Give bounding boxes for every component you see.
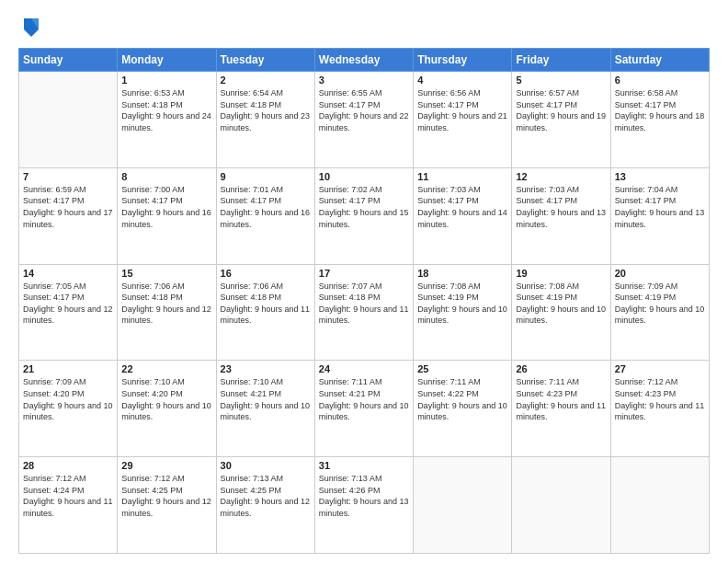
calendar-cell: 7Sunrise: 6:59 AMSunset: 4:17 PMDaylight…: [19, 167, 118, 264]
day-info: Sunrise: 7:11 AMSunset: 4:22 PMDaylight:…: [417, 376, 507, 422]
weekday-header-wednesday: Wednesday: [314, 49, 413, 72]
day-info: Sunrise: 6:54 AMSunset: 4:18 PMDaylight:…: [221, 87, 311, 133]
day-number: 12: [516, 171, 606, 182]
day-info: Sunrise: 7:05 AMSunset: 4:17 PMDaylight:…: [23, 281, 113, 327]
calendar-cell: [610, 457, 709, 554]
day-number: 13: [615, 171, 705, 182]
calendar-week-1: 1Sunrise: 6:53 AMSunset: 4:18 PMDaylight…: [19, 72, 710, 168]
weekday-header-saturday: Saturday: [610, 49, 709, 72]
calendar-cell: 20Sunrise: 7:09 AMSunset: 4:19 PMDayligh…: [610, 264, 709, 361]
calendar-cell: 10Sunrise: 7:02 AMSunset: 4:17 PMDayligh…: [314, 167, 413, 264]
day-number: 9: [221, 171, 311, 182]
day-info: Sunrise: 6:56 AMSunset: 4:17 PMDaylight:…: [417, 87, 507, 133]
day-number: 10: [319, 171, 409, 182]
calendar-cell: 24Sunrise: 7:11 AMSunset: 4:21 PMDayligh…: [314, 361, 413, 457]
day-number: 22: [121, 363, 211, 374]
calendar-cell: 8Sunrise: 7:00 AMSunset: 4:17 PMDaylight…: [118, 167, 216, 264]
day-info: Sunrise: 7:13 AMSunset: 4:25 PMDaylight:…: [221, 473, 311, 519]
calendar-cell: 2Sunrise: 6:54 AMSunset: 4:18 PMDaylight…: [216, 72, 314, 168]
calendar-cell: 15Sunrise: 7:06 AMSunset: 4:18 PMDayligh…: [118, 264, 216, 361]
calendar-cell: 16Sunrise: 7:06 AMSunset: 4:18 PMDayligh…: [216, 264, 314, 361]
calendar-week-3: 14Sunrise: 7:05 AMSunset: 4:17 PMDayligh…: [19, 264, 710, 361]
day-number: 3: [319, 75, 409, 86]
day-number: 7: [23, 171, 113, 182]
calendar-cell: 25Sunrise: 7:11 AMSunset: 4:22 PMDayligh…: [414, 361, 512, 457]
calendar-cell: 3Sunrise: 6:55 AMSunset: 4:17 PMDaylight…: [314, 72, 413, 168]
day-info: Sunrise: 7:06 AMSunset: 4:18 PMDaylight:…: [221, 281, 311, 327]
weekday-header-friday: Friday: [512, 49, 610, 72]
weekday-header-thursday: Thursday: [414, 49, 512, 72]
calendar-cell: 18Sunrise: 7:08 AMSunset: 4:19 PMDayligh…: [414, 264, 512, 361]
day-info: Sunrise: 7:06 AMSunset: 4:18 PMDaylight:…: [121, 281, 211, 327]
weekday-header-sunday: Sunday: [19, 49, 118, 72]
day-info: Sunrise: 6:55 AMSunset: 4:17 PMDaylight:…: [319, 87, 409, 133]
logo-icon: [20, 15, 42, 40]
calendar-table: SundayMondayTuesdayWednesdayThursdayFrid…: [18, 48, 710, 554]
weekday-header-row: SundayMondayTuesdayWednesdayThursdayFrid…: [19, 49, 710, 72]
calendar-cell: 19Sunrise: 7:08 AMSunset: 4:19 PMDayligh…: [512, 264, 610, 361]
day-info: Sunrise: 7:12 AMSunset: 4:24 PMDaylight:…: [23, 473, 113, 519]
day-info: Sunrise: 7:10 AMSunset: 4:20 PMDaylight:…: [121, 376, 211, 422]
day-info: Sunrise: 7:02 AMSunset: 4:17 PMDaylight:…: [319, 184, 409, 230]
day-number: 1: [121, 75, 211, 86]
day-info: Sunrise: 6:57 AMSunset: 4:17 PMDaylight:…: [516, 87, 606, 133]
calendar-cell: 9Sunrise: 7:01 AMSunset: 4:17 PMDaylight…: [216, 167, 314, 264]
calendar-cell: [512, 457, 610, 554]
weekday-header-monday: Monday: [118, 49, 216, 72]
page: SundayMondayTuesdayWednesdayThursdayFrid…: [0, 0, 728, 563]
day-info: Sunrise: 6:58 AMSunset: 4:17 PMDaylight:…: [615, 87, 705, 133]
calendar-week-2: 7Sunrise: 6:59 AMSunset: 4:17 PMDaylight…: [19, 167, 710, 264]
calendar-cell: [19, 72, 118, 168]
day-number: 11: [417, 171, 507, 182]
day-number: 30: [221, 460, 311, 471]
day-number: 8: [121, 171, 211, 182]
day-info: Sunrise: 7:11 AMSunset: 4:23 PMDaylight:…: [516, 376, 606, 422]
day-number: 15: [121, 268, 211, 279]
day-number: 23: [221, 363, 311, 374]
day-number: 26: [516, 363, 606, 374]
day-number: 2: [221, 75, 311, 86]
logo: [18, 15, 42, 40]
calendar-cell: 26Sunrise: 7:11 AMSunset: 4:23 PMDayligh…: [512, 361, 610, 457]
day-number: 20: [615, 268, 705, 279]
day-number: 17: [319, 268, 409, 279]
day-info: Sunrise: 7:01 AMSunset: 4:17 PMDaylight:…: [221, 184, 311, 230]
day-number: 21: [23, 363, 113, 374]
calendar-cell: 30Sunrise: 7:13 AMSunset: 4:25 PMDayligh…: [216, 457, 314, 554]
day-info: Sunrise: 7:03 AMSunset: 4:17 PMDaylight:…: [516, 184, 606, 230]
day-info: Sunrise: 7:12 AMSunset: 4:25 PMDaylight:…: [121, 473, 211, 519]
day-info: Sunrise: 7:12 AMSunset: 4:23 PMDaylight:…: [615, 376, 705, 422]
day-info: Sunrise: 7:03 AMSunset: 4:17 PMDaylight:…: [417, 184, 507, 230]
day-number: 19: [516, 268, 606, 279]
day-number: 14: [23, 268, 113, 279]
day-number: 31: [319, 460, 409, 471]
day-number: 27: [615, 363, 705, 374]
calendar-cell: 17Sunrise: 7:07 AMSunset: 4:18 PMDayligh…: [314, 264, 413, 361]
calendar-week-4: 21Sunrise: 7:09 AMSunset: 4:20 PMDayligh…: [19, 361, 710, 457]
day-number: 29: [121, 460, 211, 471]
day-number: 18: [417, 268, 507, 279]
calendar-cell: 31Sunrise: 7:13 AMSunset: 4:26 PMDayligh…: [314, 457, 413, 554]
day-info: Sunrise: 7:11 AMSunset: 4:21 PMDaylight:…: [319, 376, 409, 422]
day-number: 25: [417, 363, 507, 374]
calendar-week-5: 28Sunrise: 7:12 AMSunset: 4:24 PMDayligh…: [19, 457, 710, 554]
calendar-cell: [414, 457, 512, 554]
day-info: Sunrise: 7:07 AMSunset: 4:18 PMDaylight:…: [319, 281, 409, 327]
weekday-header-tuesday: Tuesday: [216, 49, 314, 72]
calendar-cell: 22Sunrise: 7:10 AMSunset: 4:20 PMDayligh…: [118, 361, 216, 457]
day-info: Sunrise: 7:00 AMSunset: 4:17 PMDaylight:…: [121, 184, 211, 230]
calendar-cell: 12Sunrise: 7:03 AMSunset: 4:17 PMDayligh…: [512, 167, 610, 264]
day-info: Sunrise: 7:13 AMSunset: 4:26 PMDaylight:…: [319, 473, 409, 519]
day-info: Sunrise: 7:10 AMSunset: 4:21 PMDaylight:…: [221, 376, 311, 422]
day-info: Sunrise: 7:08 AMSunset: 4:19 PMDaylight:…: [516, 281, 606, 327]
calendar-cell: 27Sunrise: 7:12 AMSunset: 4:23 PMDayligh…: [610, 361, 709, 457]
calendar-cell: 21Sunrise: 7:09 AMSunset: 4:20 PMDayligh…: [19, 361, 118, 457]
calendar-cell: 6Sunrise: 6:58 AMSunset: 4:17 PMDaylight…: [610, 72, 709, 168]
day-number: 5: [516, 75, 606, 86]
day-info: Sunrise: 7:08 AMSunset: 4:19 PMDaylight:…: [417, 281, 507, 327]
calendar-cell: 23Sunrise: 7:10 AMSunset: 4:21 PMDayligh…: [216, 361, 314, 457]
day-info: Sunrise: 7:09 AMSunset: 4:19 PMDaylight:…: [615, 281, 705, 327]
day-info: Sunrise: 6:59 AMSunset: 4:17 PMDaylight:…: [23, 184, 113, 230]
day-number: 24: [319, 363, 409, 374]
calendar-cell: 1Sunrise: 6:53 AMSunset: 4:18 PMDaylight…: [118, 72, 216, 168]
